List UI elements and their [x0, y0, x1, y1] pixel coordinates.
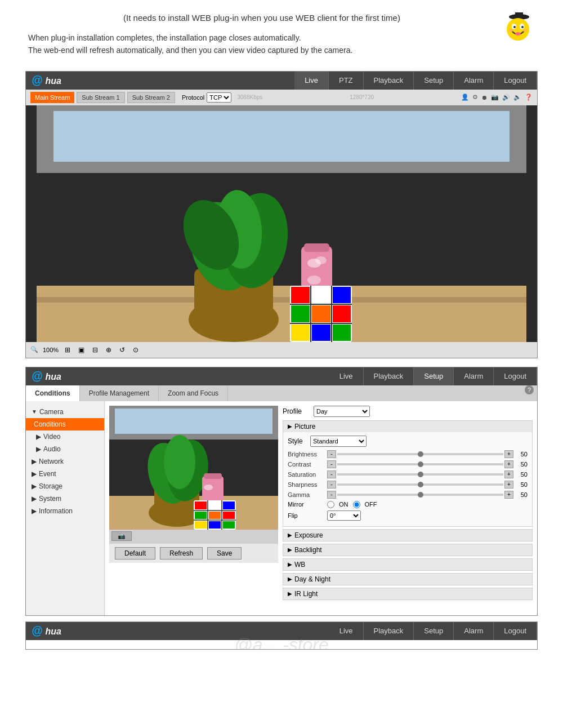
fit-screen-btn[interactable]: ⊞	[63, 345, 72, 354]
fullscreen-btn[interactable]: ▣	[77, 345, 86, 354]
p2-nav-setup[interactable]: Setup	[414, 367, 454, 385]
zoom-out-btn[interactable]: ⊟	[91, 345, 100, 354]
p3-nav-playback[interactable]: Playback	[364, 622, 414, 640]
sidebar-item-video[interactable]: ▶ Video	[26, 430, 104, 443]
p2-nav-alarm[interactable]: Alarm	[454, 367, 494, 385]
nav-ptz[interactable]: PTZ	[329, 72, 364, 90]
sidebar-item-system[interactable]: ▶ System	[26, 492, 104, 505]
p3-nav-alarm[interactable]: Alarm	[454, 622, 494, 640]
flip-select[interactable]: 0° 90° 180° 270°	[327, 511, 361, 521]
gear-icon: ⚙	[472, 94, 478, 101]
sidebar-item-storage[interactable]: ▶ Storage	[26, 480, 104, 492]
p3-nav-live[interactable]: Live	[329, 622, 364, 640]
default-btn[interactable]: Default	[115, 547, 155, 560]
tab-conditions[interactable]: Conditions	[26, 385, 80, 401]
panel2-navlinks: Live Playback Setup Alarm Logout	[329, 367, 537, 385]
snapshot-icon: 📷	[491, 94, 499, 101]
sidebar-camera-section: ▼ Camera	[26, 406, 104, 418]
picture-group-label: Picture	[294, 423, 315, 430]
brightness-plus[interactable]: +	[504, 450, 513, 458]
intro-para1: When plug-in installation completes, the…	[28, 32, 535, 44]
p3-nav-setup[interactable]: Setup	[414, 622, 454, 640]
irlight-header[interactable]: ▶ IR Light	[283, 588, 532, 600]
sub-stream2-btn[interactable]: Sub Stream 2	[127, 92, 175, 103]
svg-rect-62	[223, 501, 235, 509]
panel2-logo: @ hua	[26, 370, 93, 383]
zoom-in-btn[interactable]: ⊕	[104, 345, 113, 354]
saturation-plus[interactable]: +	[504, 470, 513, 478]
preview-controls-bar: 📷	[109, 530, 278, 543]
wb-header[interactable]: ▶ WB	[283, 559, 532, 570]
save-btn[interactable]: Save	[207, 547, 242, 560]
sharpness-minus[interactable]: -	[327, 481, 336, 489]
settings-btn[interactable]: ⊙	[131, 345, 140, 354]
nav-playback[interactable]: Playback	[364, 72, 414, 90]
mirror-on-radio[interactable]	[327, 501, 334, 508]
main-content-area: ▼ Camera Conditions ▶ Video ▶ Audio ▶ Ne…	[26, 401, 537, 615]
sidebar-info-label: Information	[39, 507, 73, 515]
brightness-track[interactable]	[337, 453, 503, 455]
svg-rect-2	[515, 12, 523, 16]
panel3-navlinks: Live Playback Setup Alarm Logout	[329, 622, 537, 640]
refresh-settings-btn[interactable]: Refresh	[160, 547, 203, 560]
sidebar-item-network[interactable]: ▶ Network	[26, 455, 104, 468]
svg-rect-13	[53, 111, 510, 162]
saturation-value: 50	[513, 471, 528, 478]
picture-group-body: Style Standard Natural Vivid Brightness …	[283, 432, 532, 526]
brightness-row: Brightness - + 50	[288, 450, 528, 458]
contrast-track[interactable]	[337, 463, 503, 465]
nav-setup[interactable]: Setup	[414, 72, 454, 90]
sharpness-plus[interactable]: +	[504, 481, 513, 489]
style-select[interactable]: Standard Natural Vivid	[310, 436, 367, 447]
protocol-label: Protocol	[182, 94, 204, 101]
contrast-row: Contrast - + 50	[288, 460, 528, 468]
mirror-radio-group: ON OFF	[327, 501, 377, 508]
nav-alarm[interactable]: Alarm	[454, 72, 494, 90]
svg-rect-65	[223, 512, 235, 519]
exposure-header[interactable]: ▶ Exposure	[283, 530, 532, 541]
sidebar-item-audio[interactable]: ▶ Audio	[26, 443, 104, 455]
sub-stream1-btn[interactable]: Sub Stream 1	[77, 92, 124, 103]
p3-nav-logout[interactable]: Logout	[494, 622, 537, 640]
contrast-minus[interactable]: -	[327, 460, 336, 468]
wb-label: WB	[294, 561, 305, 569]
screenshot-icon[interactable]: 📷	[111, 531, 132, 541]
mirror-label: Mirror	[288, 501, 327, 508]
live-video-svg	[26, 105, 537, 342]
camera-preview-image	[109, 406, 278, 530]
nav-live[interactable]: Live	[294, 72, 329, 90]
svg-rect-53	[204, 473, 222, 479]
irlight-group: ▶ IR Light	[283, 588, 533, 600]
panel3-logo: @ hua	[26, 624, 93, 637]
sidebar-item-event[interactable]: ▶ Event	[26, 468, 104, 480]
p2-nav-playback[interactable]: Playback	[364, 367, 414, 385]
sharpness-track[interactable]	[337, 483, 503, 486]
gamma-minus[interactable]: -	[327, 491, 336, 499]
svg-rect-61	[209, 501, 221, 509]
svg-rect-35	[333, 287, 351, 303]
brightness-minus[interactable]: -	[327, 450, 336, 458]
saturation-minus[interactable]: -	[327, 470, 336, 478]
help-icon[interactable]: ?	[525, 385, 534, 394]
contrast-plus[interactable]: +	[504, 460, 513, 468]
picture-group-header[interactable]: ▶ Picture	[283, 421, 532, 432]
main-stream-btn[interactable]: Main Stream	[30, 92, 74, 103]
protocol-select[interactable]: TCP	[207, 92, 231, 103]
gamma-track[interactable]	[337, 494, 503, 496]
nav-logout[interactable]: Logout	[494, 72, 537, 90]
saturation-track[interactable]	[337, 473, 503, 476]
daynight-header[interactable]: ▶ Day & Night	[283, 574, 532, 585]
svg-rect-36	[291, 305, 310, 322]
sidebar-item-information[interactable]: ▶ Information	[26, 505, 104, 517]
backlight-header[interactable]: ▶ Backlight	[283, 544, 532, 556]
gamma-plus[interactable]: +	[504, 491, 513, 499]
p2-nav-logout[interactable]: Logout	[494, 367, 537, 385]
sidebar-item-conditions[interactable]: Conditions	[26, 418, 104, 430]
flip-label: Flip	[288, 512, 327, 519]
tab-zoom-focus[interactable]: Zoom and Focus	[159, 385, 228, 401]
mirror-off-radio[interactable]	[353, 501, 360, 508]
profile-select[interactable]: Day Night Normal	[314, 406, 370, 417]
refresh-btn[interactable]: ↺	[118, 345, 127, 354]
tab-profile-management[interactable]: Profile Management	[80, 385, 159, 401]
p2-nav-live[interactable]: Live	[329, 367, 364, 385]
